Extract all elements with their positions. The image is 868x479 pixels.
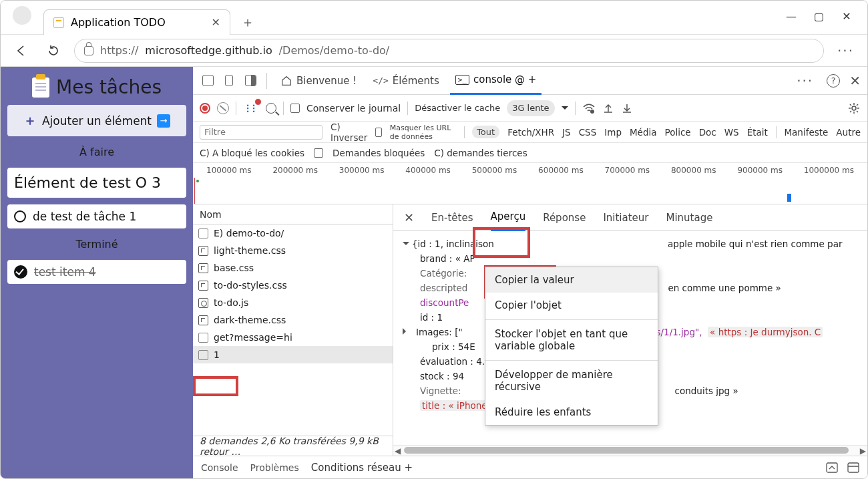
request-list: Nom E) demo-to-do/light-theme.cssbase.cs… (193, 204, 393, 456)
tab-console-quick[interactable]: >_ console @ + (450, 67, 542, 95)
context-menu-item-copy-object[interactable]: Copier l'objet (485, 293, 658, 318)
context-menu-item-collapse[interactable]: Réduire les enfants (485, 400, 658, 425)
devtools-close-icon[interactable]: ✕ (849, 73, 861, 89)
filter-type[interactable]: CSS (579, 127, 597, 138)
context-menu-item-store-global[interactable]: Stocker l'objet en tant que variable glo… (485, 321, 658, 359)
address-bar: https://microsoftedge.github.io/Demos/de… (1, 34, 867, 66)
tab-welcome[interactable]: Bienvenue ! (275, 67, 362, 95)
download-icon[interactable] (621, 102, 633, 114)
url-box[interactable]: https://microsoftedge.github.io/Demos/de… (74, 39, 824, 63)
context-menu-item-copy-value[interactable]: Copier la valeur (485, 267, 658, 293)
devtools-more-icon[interactable]: ··· (793, 73, 817, 89)
throttle-select[interactable]: 3G lente (507, 100, 554, 116)
request-row[interactable]: light-theme.css (193, 242, 393, 259)
maximize-icon[interactable]: ▢ (814, 10, 823, 23)
filter-toggle-icon[interactable]: ⫶⫶ (243, 100, 259, 116)
upload-icon[interactable] (602, 102, 614, 114)
request-row[interactable]: to-do-styles.css (193, 277, 393, 294)
tab-timing[interactable]: Minutage (666, 204, 713, 231)
checked-circle-icon[interactable] (14, 265, 27, 279)
request-row[interactable]: base.css (193, 259, 393, 277)
reload-button[interactable] (42, 39, 65, 62)
page-content: Mes tâches ＋ Ajouter un élément → À fair… (1, 67, 193, 478)
task-item-pending[interactable]: de test de tâche 1 (7, 204, 186, 228)
filter-type-all[interactable]: Tout (472, 126, 499, 138)
url-path: /Demos/demo-to-do/ (279, 44, 390, 57)
blocked-cookies-toggle[interactable]: C) A bloqué les cookies (200, 148, 304, 158)
filter-type[interactable]: Manifeste (784, 127, 828, 138)
browser-tab[interactable]: Application TODO ✕ (43, 9, 230, 35)
browser-menu-icon[interactable]: ··· (833, 43, 858, 59)
network-status-bar: 8 demandes 2,6 Ko transférées 9,9 kB ret… (193, 436, 393, 456)
request-name: to-do.js (214, 297, 248, 308)
inspect-element-icon[interactable] (200, 73, 216, 89)
code-icon: </> (373, 75, 388, 86)
task-input[interactable]: Élément de test O 3 (7, 168, 186, 198)
filter-type[interactable]: Police (665, 127, 691, 138)
third-party-toggle[interactable]: C) demandes tierces (434, 148, 527, 158)
context-menu-item-expand[interactable]: Développer de manière récursive (485, 362, 658, 400)
filter-type[interactable]: Autre (836, 127, 861, 138)
filter-type[interactable]: JS (562, 127, 571, 138)
device-toggle-icon[interactable] (221, 73, 237, 89)
filter-type[interactable]: Fetch/XHR (507, 127, 554, 138)
filter-type[interactable]: Média (630, 127, 657, 138)
filter-type[interactable]: Doc (699, 127, 716, 138)
filter-type[interactable]: WS (724, 127, 739, 138)
tab-initiator[interactable]: Initiateur (603, 204, 648, 231)
search-icon[interactable] (266, 103, 276, 114)
hide-data-checkbox[interactable] (375, 128, 381, 137)
url-scheme: https:// (100, 44, 138, 57)
chevron-down-icon[interactable] (562, 106, 568, 113)
url-host: microsoftedge.github.io (145, 44, 272, 57)
file-type-icon (198, 281, 208, 291)
dock-side-icon[interactable] (242, 73, 258, 89)
request-row[interactable]: to-do.js (193, 294, 393, 311)
horizontal-scrollbar[interactable]: ◀ ▶ (393, 445, 867, 456)
file-type-icon (198, 350, 208, 360)
tab-response[interactable]: Réponse (543, 204, 586, 231)
request-row[interactable]: dark-theme.css (193, 311, 393, 329)
drawer-tab-netconditions[interactable]: Conditions réseau + (311, 462, 413, 474)
filter-type[interactable]: Imp (604, 127, 622, 138)
detail-close-icon[interactable]: ✕ (404, 210, 414, 224)
add-item-button[interactable]: ＋ Ajouter un élément → (7, 105, 186, 136)
section-todo: À faire (7, 143, 186, 161)
minimize-icon[interactable]: — (786, 10, 795, 23)
page-title: Mes tâches (7, 76, 186, 98)
clear-icon[interactable] (217, 102, 229, 114)
section-done: Terminé (7, 235, 186, 253)
filter-type[interactable]: Était (747, 127, 768, 138)
close-window-icon[interactable]: ✕ (842, 10, 851, 23)
drawer-collapse-icon[interactable] (847, 462, 859, 473)
window-controls: — ▢ ✕ (786, 1, 862, 31)
new-tab-button[interactable]: ＋ (236, 10, 260, 34)
preserve-log-checkbox[interactable] (290, 104, 300, 113)
tab-headers[interactable]: En-têtes (431, 204, 473, 231)
disable-cache-label[interactable]: Désactiver le cache (415, 103, 500, 113)
profile-avatar[interactable] (13, 6, 31, 25)
tab-elements[interactable]: </> Éléments (367, 67, 444, 95)
help-icon[interactable]: ? (827, 74, 840, 88)
filter-input[interactable] (200, 125, 322, 140)
record-icon[interactable] (200, 103, 210, 114)
request-name: light-theme.css (214, 245, 286, 256)
request-list-header[interactable]: Nom (193, 204, 393, 224)
request-row[interactable]: E) demo-to-do/ (193, 224, 393, 242)
unchecked-circle-icon[interactable] (14, 210, 26, 222)
network-timeline[interactable]: 100000 ms 200000 ms 300000 ms 400000 ms … (193, 163, 867, 204)
settings-gear-icon[interactable] (847, 102, 861, 115)
wifi-icon[interactable] (582, 102, 596, 115)
task-item-done[interactable]: test item 4 (7, 260, 186, 284)
drawer-expand-icon[interactable] (826, 462, 838, 473)
request-row[interactable]: 1 (193, 346, 393, 363)
invert-checkbox[interactable]: C) Inverser (331, 122, 367, 143)
drawer-tab-console[interactable]: Console (201, 462, 238, 473)
detail-tabs: ✕ En-têtes Aperçu Réponse Initiateur Min… (393, 204, 867, 231)
drawer-tab-problems[interactable]: Problèmes (250, 462, 299, 473)
tab-close-icon[interactable]: ✕ (212, 16, 220, 29)
request-row[interactable]: get?message=hi (193, 329, 393, 346)
blocked-reqs-checkbox[interactable] (314, 148, 323, 158)
back-button[interactable] (10, 39, 33, 62)
home-icon (280, 75, 292, 87)
